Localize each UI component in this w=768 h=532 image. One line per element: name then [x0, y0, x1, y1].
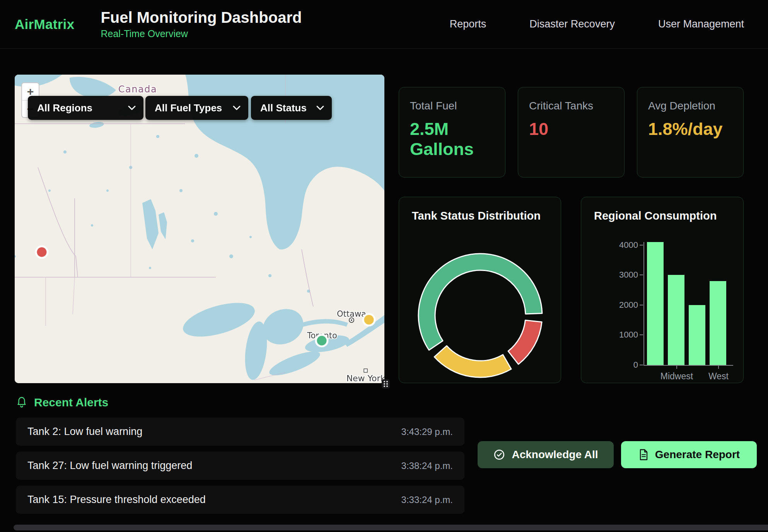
- x-tick-label: West: [693, 371, 744, 382]
- nav-item-user-management[interactable]: User Management: [658, 18, 744, 30]
- city-label-new-york: New York: [346, 373, 384, 383]
- alert-time: 3:38:24 p.m.: [401, 460, 453, 471]
- bar-1[interactable]: [668, 275, 684, 365]
- filter-dropdown-regions[interactable]: All Regions: [28, 96, 143, 120]
- filter-dropdown-fuel-types[interactable]: All Fuel Types: [145, 96, 248, 120]
- donut-chart: [399, 197, 561, 384]
- map[interactable]: Canada Ottawa Toronto New York + − All R…: [15, 75, 384, 383]
- chevron-down-icon: [233, 106, 241, 110]
- tank-marker-yellow[interactable]: [363, 314, 375, 326]
- alert-message: Tank 27: Low fuel warning triggered: [27, 460, 192, 472]
- y-tick-mark: [640, 245, 643, 246]
- donut-segment-red[interactable]: [508, 320, 542, 364]
- header: AirMatrix Fuel Monitoring Dashboard Real…: [0, 0, 768, 49]
- x-tick-mark: [718, 366, 719, 369]
- y-tick-label: 3000: [603, 270, 638, 280]
- y-tick-label: 2000: [603, 300, 638, 310]
- bar-3[interactable]: [710, 281, 726, 365]
- y-tick-mark: [640, 334, 643, 335]
- regional-consumption-title: Regional Consumption: [594, 210, 743, 222]
- alerts-title: Recent Alerts: [34, 396, 108, 409]
- bar-chart: 01000200030004000MidwestWest: [643, 242, 733, 366]
- alert-message: Tank 15: Pressure threshold exceeded: [27, 494, 206, 506]
- title-block: Fuel Monitoring Dashboard Real-Time Over…: [101, 9, 302, 39]
- filter-dropdown-status-label: All Status: [260, 102, 307, 114]
- regional-consumption-panel: Regional Consumption 01000200030004000Mi…: [581, 197, 744, 383]
- filter-dropdown-fuel-types-label: All Fuel Types: [155, 102, 222, 114]
- stat-value: 10: [529, 119, 597, 139]
- donut-segment-yellow[interactable]: [434, 346, 511, 377]
- stat-label: Critical Tanks: [529, 100, 613, 112]
- bar-0[interactable]: [647, 242, 664, 365]
- y-tick-label: 1000: [603, 330, 638, 340]
- y-tick-label: 4000: [603, 240, 638, 250]
- tank-status-panel: Tank Status Distribution: [399, 197, 561, 383]
- alerts-header: Recent Alerts: [16, 396, 108, 409]
- alert-time: 3:43:29 p.m.: [401, 426, 453, 437]
- alert-message: Tank 2: Low fuel warning: [27, 426, 142, 438]
- page-title: Fuel Monitoring Dashboard: [101, 9, 302, 26]
- acknowledge-all-label: Acknowledge All: [512, 448, 598, 461]
- app-logo: AirMatrix: [15, 17, 74, 32]
- filter-dropdown-status[interactable]: All Status: [251, 96, 332, 120]
- stat-value: 1.8%/day: [648, 119, 716, 139]
- page-subtitle: Real-Time Overview: [101, 28, 302, 39]
- stat-label: Total Fuel: [410, 100, 494, 112]
- city-label-ottawa: Ottawa: [337, 309, 366, 319]
- tank-marker-green[interactable]: [316, 335, 328, 346]
- nav-item-reports[interactable]: Reports: [450, 18, 486, 30]
- stat-card-total-fuel: Total Fuel 2.5M Gallons: [399, 87, 505, 177]
- stat-card-avg-depletion: Avg Depletion 1.8%/day: [637, 87, 744, 177]
- nav-item-disaster-recovery[interactable]: Disaster Recovery: [529, 18, 615, 30]
- map-canvas: Canada Ottawa Toronto New York: [15, 75, 384, 383]
- generate-report-label: Generate Report: [655, 448, 740, 461]
- alert-time: 3:33:24 p.m.: [401, 494, 453, 505]
- filter-dropdown-regions-label: All Regions: [37, 102, 92, 114]
- generate-report-button[interactable]: Generate Report: [621, 441, 757, 468]
- bell-icon: [16, 396, 27, 409]
- document-icon: [638, 448, 649, 461]
- main-nav: Reports Disaster Recovery User Managemen…: [450, 18, 744, 30]
- acknowledge-all-button[interactable]: Acknowledge All: [478, 441, 614, 468]
- chevron-down-icon: [316, 106, 324, 110]
- tank-marker-red[interactable]: [36, 246, 48, 258]
- stat-value: 2.5M Gallons: [410, 119, 478, 159]
- alert-row: Tank 15: Pressure threshold exceeded 3:3…: [16, 486, 464, 514]
- stat-card-critical-tanks: Critical Tanks 10: [518, 87, 625, 177]
- y-tick-mark: [640, 365, 643, 365]
- map-resize-handle[interactable]: [382, 379, 390, 389]
- y-tick-mark: [640, 275, 643, 275]
- alert-row: Tank 2: Low fuel warning 3:43:29 p.m.: [16, 418, 464, 446]
- country-label-canada: Canada: [118, 84, 157, 95]
- y-tick-label: 0: [603, 360, 638, 370]
- bar-2[interactable]: [689, 305, 705, 365]
- x-tick-mark: [676, 366, 677, 369]
- horizontal-scrollbar[interactable]: [14, 525, 768, 530]
- alert-row: Tank 27: Low fuel warning triggered 3:38…: [16, 452, 464, 480]
- chevron-down-icon: [128, 106, 136, 110]
- y-tick-mark: [640, 305, 643, 305]
- stat-label: Avg Depletion: [648, 100, 732, 112]
- check-circle-icon: [493, 448, 505, 461]
